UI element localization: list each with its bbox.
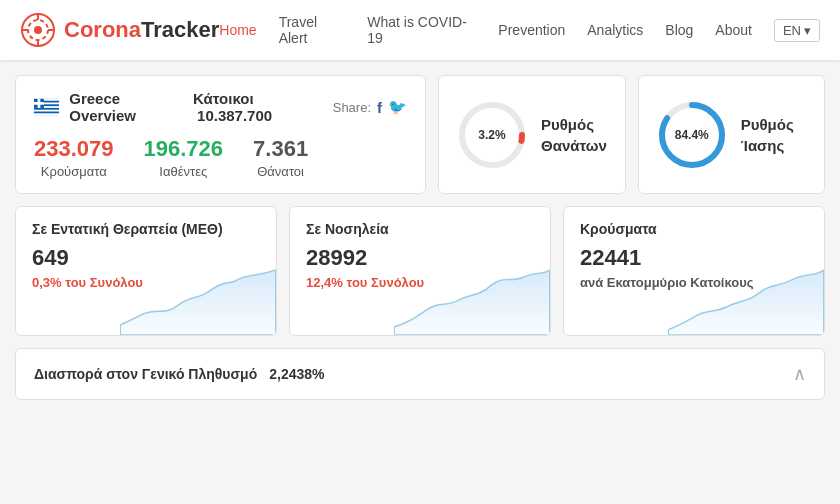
nav-analytics[interactable]: Analytics	[587, 22, 643, 38]
nav-home[interactable]: Home	[219, 22, 256, 38]
spread-label: Διασπορά στον Γενικό Πληθυσμό	[34, 366, 257, 382]
death-rate-card: 3.2% Ρυθμός Θανάτων	[438, 75, 626, 194]
cases-value: 233.079	[34, 136, 114, 162]
stat-deaths: 7.361 Θάνατοι	[253, 136, 308, 179]
svg-rect-11	[34, 110, 59, 112]
spread-card: Διασπορά στον Γενικό Πληθυσμό 2,2438% ∧	[15, 348, 825, 400]
population: Κάτοικοι 10.387.700	[193, 90, 323, 124]
brand-corona: Corona	[64, 17, 141, 42]
overview-header: Greece Overview Κάτοικοι 10.387.700 Shar…	[34, 90, 407, 124]
svg-rect-15	[34, 102, 44, 105]
logo-icon	[20, 12, 56, 48]
overview-card: Greece Overview Κάτοικοι 10.387.700 Shar…	[15, 75, 426, 194]
icu-title: Σε Εντατική Θεραπεία (ΜΕΘ)	[32, 221, 260, 237]
share-area: Share: f 🐦	[333, 98, 407, 116]
death-rate-title: Ρυθμός Θανάτων	[541, 114, 607, 156]
hospital-chart	[394, 265, 550, 335]
bottom-row: Διασπορά στον Γενικό Πληθυσμό 2,2438% ∧	[15, 348, 825, 400]
language-selector[interactable]: EN ▾	[774, 19, 820, 42]
recovery-rate-chart: 84.4%	[657, 100, 727, 170]
recovered-value: 196.726	[144, 136, 224, 162]
chevron-up-icon: ∧	[793, 363, 806, 385]
middle-row: Σε Εντατική Θεραπεία (ΜΕΘ) 649 0,3% του …	[15, 206, 825, 336]
nav-links: Home Travel Alert What is COVID-19 Preve…	[219, 14, 820, 46]
nav-travel-alert[interactable]: Travel Alert	[279, 14, 317, 46]
cases-per-million-title: Κρούσματα	[580, 221, 808, 237]
deaths-label: Θάνατοι	[253, 164, 308, 179]
svg-rect-12	[34, 113, 59, 115]
navbar: CoronaTracker Home Travel Alert What is …	[0, 0, 840, 60]
recovery-rate-card: 84.4% Ρυθμός Ίασης	[638, 75, 825, 194]
stat-recovered: 196.726 Ιαθέντες	[144, 136, 224, 179]
death-rate-chart: 3.2%	[457, 100, 527, 170]
overview-title: Greece Overview	[69, 90, 179, 124]
recovery-rate-title: Ρυθμός Ίασης	[741, 114, 794, 156]
brand: CoronaTracker	[20, 12, 219, 48]
nav-about[interactable]: About	[715, 22, 752, 38]
greece-flag-icon	[34, 98, 59, 116]
chevron-down-icon: ▾	[804, 23, 811, 38]
cases-chart	[668, 265, 824, 335]
stats-row: 233.079 Κρούσματα 196.726 Ιαθέντες 7.361…	[34, 136, 407, 179]
death-rate-percent: 3.2%	[478, 128, 505, 142]
nav-blog[interactable]: Blog	[665, 22, 693, 38]
recovered-label: Ιαθέντες	[144, 164, 224, 179]
cases-per-million-card: Κρούσματα 22441 ανά Εκατομμύριο Κατοίκου…	[563, 206, 825, 336]
icu-card: Σε Εντατική Θεραπεία (ΜΕΘ) 649 0,3% του …	[15, 206, 277, 336]
brand-tracker: Tracker	[141, 17, 219, 42]
deaths-value: 7.361	[253, 136, 308, 162]
main-content: Greece Overview Κάτοικοι 10.387.700 Shar…	[0, 60, 840, 415]
stat-cases: 233.079 Κρούσματα	[34, 136, 114, 179]
facebook-share[interactable]: f	[377, 99, 382, 116]
nav-prevention[interactable]: Prevention	[498, 22, 565, 38]
svg-point-2	[34, 26, 42, 34]
nav-what-is-covid[interactable]: What is COVID-19	[367, 14, 467, 46]
hospital-title: Σε Νοσηλεία	[306, 221, 534, 237]
top-row: Greece Overview Κάτοικοι 10.387.700 Shar…	[15, 75, 825, 194]
twitter-share[interactable]: 🐦	[388, 98, 407, 116]
icu-chart	[120, 265, 276, 335]
spread-value: 2,2438%	[269, 366, 324, 382]
recovery-rate-percent: 84.4%	[675, 128, 709, 142]
hospital-card: Σε Νοσηλεία 28992 12,4% του Συνόλου	[289, 206, 551, 336]
cases-label: Κρούσματα	[34, 164, 114, 179]
